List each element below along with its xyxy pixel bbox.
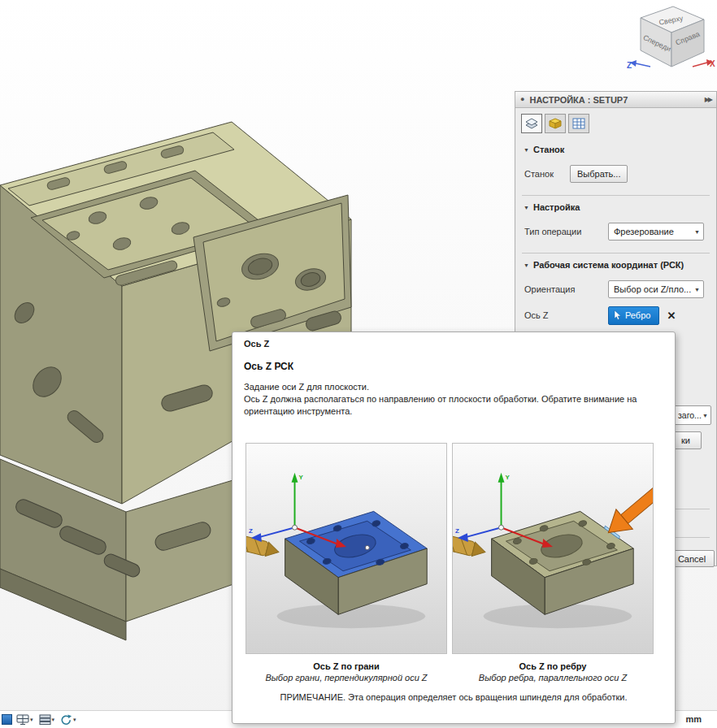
display-settings-button[interactable]: ▾	[15, 713, 35, 726]
viewcube-x-axis-label: X	[710, 59, 715, 68]
refresh-icon	[60, 714, 72, 726]
face-example-subtitle: Выбор грани, перпендикулярной оси Z	[246, 673, 447, 682]
zaxis-help-popup: Ось Z Ось Z РСК Задание оси Z для плоско…	[232, 332, 676, 724]
machine-select-button[interactable]: Выбрать...	[570, 165, 628, 183]
operation-type-row: Тип операции Фрезерование ▼	[515, 222, 716, 241]
panel-tabs	[515, 108, 716, 138]
popup-line1: Задание оси Z для плоскости.	[244, 381, 644, 393]
panel-bullet-icon: ●	[520, 96, 524, 103]
operation-type-value: Фрезерование	[614, 227, 694, 236]
points-button-fragment[interactable]: ки	[674, 431, 702, 449]
stock-dropdown-fragment[interactable]: заго... ▼	[674, 405, 711, 425]
tab-post[interactable]	[568, 114, 589, 133]
layout-grid-icon	[39, 714, 51, 725]
edge-example: Y Z Ось Z по ребру Выбор ребра, параллел…	[452, 443, 654, 682]
orientation-value: Выбор оси Z/пло...	[614, 284, 694, 294]
section-machine-title: Станок	[533, 145, 564, 154]
grid-settings-button[interactable]: ▾	[37, 713, 57, 726]
stock-tab-icon	[549, 118, 562, 129]
clear-selection-icon[interactable]: ✕	[667, 310, 676, 321]
edge-example-title: Ось Z по ребру	[452, 661, 654, 671]
tab-setup[interactable]	[521, 114, 542, 133]
popup-note: ПРИМЕЧАНИЕ. Эта операция определяет ось …	[244, 692, 663, 702]
section-collapse-icon[interactable]: ▼	[524, 262, 529, 268]
orientation-row: Ориентация Выбор оси Z/пло... ▼	[515, 280, 716, 299]
z-axis-row: Ось Z Ребро ✕	[515, 306, 716, 325]
units-label: mm	[685, 714, 702, 724]
browser-corner-icon[interactable]	[2, 714, 12, 725]
popup-line2: Ось Z должна располагаться по направлени…	[244, 393, 644, 418]
section-machine-header[interactable]: ▼ Станок	[515, 138, 716, 158]
section-setup-title: Настройка	[533, 202, 580, 212]
panel-collapse-icon[interactable]: ▶▶	[705, 96, 711, 103]
orientation-dropdown[interactable]: Выбор оси Z/пло... ▼	[608, 280, 704, 298]
section-wcs-header[interactable]: ▼ Рабочая система координат (РСК)	[515, 254, 716, 273]
operation-type-label: Тип операции	[524, 227, 608, 236]
y-axis-label: Y	[298, 474, 303, 481]
edge-select-button[interactable]: Ребро	[608, 306, 659, 325]
caret-icon: ▾	[30, 717, 33, 723]
z-axis-mini-label: Z	[249, 527, 253, 535]
section-collapse-icon[interactable]: ▼	[524, 147, 529, 153]
face-example: Y Z Ось Z по грани Выбор грани, перпенди…	[246, 443, 447, 682]
popup-title: Ось Z РСК	[244, 361, 663, 372]
viewcube-z-axis-label: Z	[627, 61, 632, 70]
edge-example-image: Y Z	[452, 443, 654, 654]
dropdown-arrow-icon: ▼	[694, 287, 700, 292]
viewcube[interactable]: Сверху Спереди Справа Z X	[626, 0, 717, 81]
operation-type-dropdown[interactable]: Фрезерование ▼	[608, 223, 704, 240]
panel-titlebar[interactable]: ● НАСТРОЙКА : SETUP7 ▶▶	[515, 92, 716, 108]
edge-example-subtitle: Выбор ребра, параллельного оси Z	[452, 673, 654, 682]
fusion-window: Сверху Спереди Справа Z X ● НАСТРОЙКА : …	[0, 0, 717, 728]
z-axis-label: Ось Z	[524, 310, 608, 320]
face-example-title: Ось Z по грани	[246, 661, 447, 671]
face-example-image: Y Z	[246, 443, 447, 654]
tab-stock[interactable]	[545, 114, 566, 133]
popup-header: Ось Z	[244, 339, 663, 349]
display-settings-icon	[16, 714, 29, 726]
viewport-refresh-button[interactable]: ▾	[59, 713, 78, 726]
y-axis-label: Y	[505, 474, 510, 481]
post-tab-icon	[572, 118, 585, 129]
cancel-button[interactable]: Cancel	[669, 550, 715, 567]
section-setup-header[interactable]: ▼ Настройка	[515, 196, 716, 215]
dropdown-arrow-icon: ▼	[702, 413, 708, 418]
edge-select-label: Ребро	[625, 310, 650, 320]
stock-dropdown-value: заго...	[678, 410, 702, 420]
caret-icon: ▾	[52, 717, 55, 723]
cursor-icon	[614, 310, 621, 320]
z-axis-mini-label: Z	[455, 527, 459, 535]
dropdown-arrow-icon: ▼	[694, 229, 700, 235]
section-collapse-icon[interactable]: ▼	[524, 205, 529, 210]
setup-tab-icon	[525, 118, 538, 129]
popup-body: Задание оси Z для плоскости. Ось Z должн…	[244, 381, 644, 418]
orientation-label: Ориентация	[524, 284, 608, 294]
panel-title: НАСТРОЙКА : SETUP7	[529, 95, 699, 105]
machine-row: Станок Выбрать...	[515, 164, 716, 184]
section-wcs-title: Рабочая система координат (РСК)	[533, 260, 684, 270]
popup-examples: Y Z Ось Z по грани Выбор грани, перпенди…	[246, 443, 663, 682]
machine-label: Станок	[524, 169, 570, 179]
caret-icon: ▾	[73, 717, 76, 723]
